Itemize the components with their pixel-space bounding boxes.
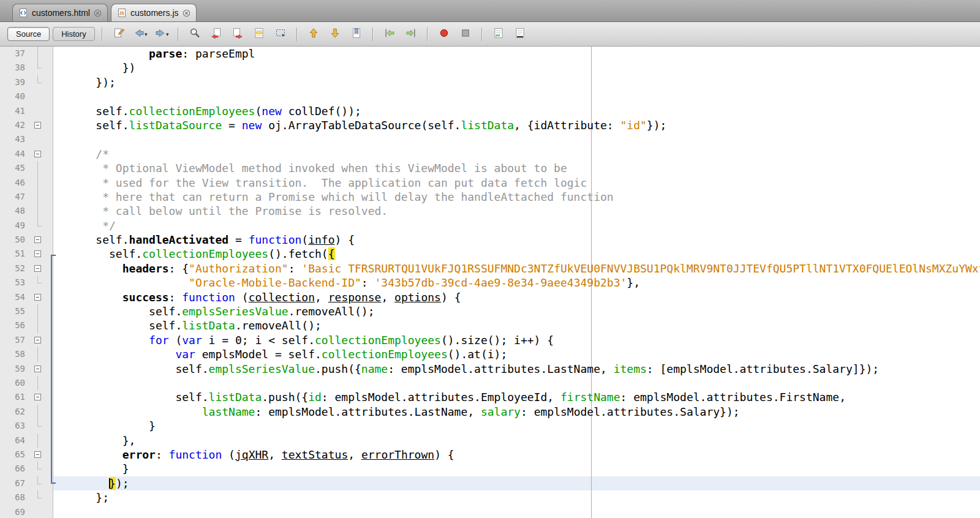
fold-toggle-icon[interactable] xyxy=(29,261,53,276)
close-tab-icon[interactable] xyxy=(94,9,102,17)
line-number[interactable]: 61 xyxy=(0,390,29,404)
line-number[interactable]: 48 xyxy=(0,204,29,218)
code-editor[interactable]: 37 parse: parseEmpl38 })39 });4041 self.… xyxy=(0,47,980,518)
code-text[interactable]: "Oracle-Mobile-Backend-ID": '343b57db-39… xyxy=(53,276,980,290)
line-number[interactable]: 47 xyxy=(0,190,29,204)
line-number[interactable]: 41 xyxy=(0,104,29,118)
code-text[interactable]: self.collectionEmployees().fetch({ xyxy=(53,247,980,261)
line-number[interactable]: 67 xyxy=(0,476,29,490)
fold-toggle-icon[interactable] xyxy=(29,290,53,304)
find-previous-button[interactable] xyxy=(207,26,225,42)
comment-button[interactable] xyxy=(489,26,508,42)
line-number[interactable]: 53 xyxy=(0,276,29,290)
line-number[interactable]: 63 xyxy=(0,419,29,433)
tab-customers-html[interactable]: customers.html xyxy=(12,4,108,21)
code-text[interactable]: }); xyxy=(53,75,980,89)
rectangular-selection-button[interactable] xyxy=(271,26,290,42)
line-number[interactable]: 68 xyxy=(0,490,29,505)
jump-forward-button[interactable]: ▾ xyxy=(153,26,171,42)
uncomment-button[interactable] xyxy=(511,26,529,42)
code-text[interactable] xyxy=(53,132,980,146)
previous-bookmark-button[interactable] xyxy=(304,26,323,42)
jump-forward-dropdown-icon[interactable]: ▾ xyxy=(166,31,169,37)
line-number[interactable]: 54 xyxy=(0,290,29,304)
jump-back-dropdown-icon[interactable]: ▾ xyxy=(145,31,148,37)
code-text[interactable]: } xyxy=(53,419,980,433)
line-number[interactable]: 43 xyxy=(0,132,29,146)
next-bookmark-button[interactable] xyxy=(326,26,344,42)
line-number[interactable]: 55 xyxy=(0,304,29,318)
code-text[interactable]: /* xyxy=(53,147,980,161)
code-text[interactable]: }) xyxy=(53,61,980,75)
code-text[interactable]: self.listDataSource = new oj.ArrayTableD… xyxy=(53,118,980,132)
toggle-bookmark-button[interactable] xyxy=(347,26,366,42)
code-text[interactable]: var emplsModel = self.collectionEmployee… xyxy=(53,347,980,361)
code-text[interactable]: headers: {"Authorization": 'Basic TFRSRU… xyxy=(53,261,980,276)
line-number[interactable]: 44 xyxy=(0,147,29,161)
line-number[interactable]: 65 xyxy=(0,448,29,462)
line-number[interactable]: 62 xyxy=(0,405,29,419)
code-text[interactable]: self.emplsSeriesValue.removeAll(); xyxy=(53,304,980,318)
close-tab-icon[interactable] xyxy=(183,9,190,17)
code-text[interactable]: * call below until the Promise is resolv… xyxy=(53,204,980,218)
code-text[interactable]: self.listData.push({id: emplsModel.attri… xyxy=(53,390,980,404)
fold-toggle-icon[interactable] xyxy=(29,147,53,161)
code-text[interactable]: for (var i = 0; i < self.collectionEmplo… xyxy=(53,333,980,347)
shift-line-left-button[interactable] xyxy=(380,26,399,42)
fold-toggle-icon[interactable] xyxy=(29,333,53,347)
code-text[interactable]: parse: parseEmpl xyxy=(53,47,980,61)
line-number[interactable]: 42 xyxy=(0,118,29,132)
code-text[interactable]: * here that can return a Promise which w… xyxy=(53,190,980,204)
code-text[interactable] xyxy=(53,505,980,518)
line-number[interactable]: 38 xyxy=(0,61,29,75)
fold-toggle-icon[interactable] xyxy=(29,390,53,404)
code-text[interactable]: self.handleActivated = function(info) { xyxy=(53,233,980,247)
fold-toggle-icon[interactable] xyxy=(29,233,53,247)
line-number[interactable]: 45 xyxy=(0,161,29,175)
line-number[interactable]: 58 xyxy=(0,347,29,361)
line-number[interactable]: 50 xyxy=(0,233,29,247)
line-number[interactable]: 49 xyxy=(0,219,29,233)
fold-toggle-icon[interactable] xyxy=(29,118,53,132)
code-text[interactable]: self.listData.removeAll(); xyxy=(53,318,980,332)
code-text[interactable] xyxy=(53,89,980,103)
line-number[interactable]: 51 xyxy=(0,247,29,261)
code-text[interactable]: }; xyxy=(53,490,980,505)
line-number[interactable]: 52 xyxy=(0,261,29,276)
fold-toggle-icon[interactable] xyxy=(29,362,53,376)
find-button[interactable] xyxy=(186,26,204,42)
code-text[interactable]: */ xyxy=(53,219,980,233)
source-button[interactable]: Source xyxy=(7,27,50,41)
line-number[interactable]: 56 xyxy=(0,318,29,332)
code-text[interactable]: } xyxy=(53,462,980,476)
jump-back-button[interactable]: ▾ xyxy=(131,26,149,42)
line-number[interactable]: 60 xyxy=(0,376,29,390)
code-text[interactable]: error: function (jqXHR, textStatus, erro… xyxy=(53,448,980,462)
fold-toggle-icon[interactable] xyxy=(29,448,53,462)
start-macro-recording-button[interactable] xyxy=(435,26,453,42)
find-next-button[interactable] xyxy=(228,26,247,42)
line-number[interactable]: 59 xyxy=(0,362,29,376)
line-number[interactable]: 39 xyxy=(0,75,29,89)
line-number[interactable]: 37 xyxy=(0,47,29,61)
last-edit-position-button[interactable] xyxy=(110,26,128,42)
tab-customers-js[interactable]: JScustomers.js xyxy=(111,4,197,21)
line-number[interactable]: 69 xyxy=(0,505,29,518)
stop-macro-recording-button[interactable] xyxy=(456,26,475,42)
code-text[interactable]: * Optional ViewModel method invoked when… xyxy=(53,161,980,175)
code-text[interactable]: }); xyxy=(53,476,980,490)
code-text[interactable]: success: function (collection, response,… xyxy=(53,290,980,304)
code-text[interactable] xyxy=(53,376,980,390)
line-number[interactable]: 46 xyxy=(0,176,29,190)
line-number[interactable]: 66 xyxy=(0,462,29,476)
code-text[interactable]: self.collectionEmployees(new collDef()); xyxy=(53,104,980,118)
fold-toggle-icon[interactable] xyxy=(29,247,53,261)
toggle-highlight-search-button[interactable] xyxy=(250,26,268,42)
line-number[interactable]: 57 xyxy=(0,333,29,347)
line-number[interactable]: 40 xyxy=(0,89,29,103)
history-button[interactable]: History xyxy=(53,27,94,41)
code-text[interactable]: * used for the View transition. The appl… xyxy=(53,176,980,190)
code-text[interactable]: }, xyxy=(53,434,980,448)
line-number[interactable]: 64 xyxy=(0,434,29,448)
shift-line-right-button[interactable] xyxy=(402,26,420,42)
